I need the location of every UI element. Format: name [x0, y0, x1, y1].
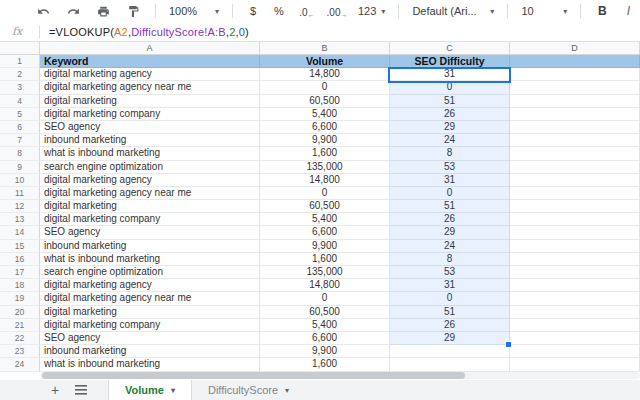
- cell-A5[interactable]: digital marketing company: [40, 108, 260, 121]
- cell-B15[interactable]: 9,900: [260, 240, 390, 253]
- row-number[interactable]: 22: [0, 332, 40, 345]
- chevron-down-icon[interactable]: ▾: [285, 386, 289, 395]
- cell-B22[interactable]: 6,600: [260, 332, 390, 345]
- cell-D12[interactable]: [510, 200, 640, 213]
- cell-C23[interactable]: [390, 345, 510, 358]
- cell-D15[interactable]: [510, 240, 640, 253]
- cell-D1[interactable]: [510, 55, 640, 68]
- cell-C17[interactable]: 53: [390, 266, 510, 279]
- chevron-down-icon[interactable]: ▾: [171, 386, 175, 395]
- increase-decimal-button[interactable]: .00→: [322, 0, 352, 22]
- cell-A15[interactable]: inbound marketing: [40, 240, 260, 253]
- row-number[interactable]: 3: [0, 81, 40, 94]
- cell-C21[interactable]: 26: [390, 319, 510, 332]
- cell-B14[interactable]: 6,600: [260, 226, 390, 239]
- row-number[interactable]: 13: [0, 213, 40, 226]
- cell-B5[interactable]: 5,400: [260, 108, 390, 121]
- cell-C18[interactable]: 31: [390, 279, 510, 292]
- print-button[interactable]: [88, 0, 118, 22]
- all-sheets-button[interactable]: [68, 380, 94, 400]
- sheet-tab-DifficultyScore[interactable]: DifficultyScore▾: [192, 380, 305, 400]
- paint-format-button[interactable]: [118, 0, 148, 22]
- cell-C1[interactable]: SEO Difficulty: [390, 55, 510, 68]
- row-number[interactable]: 6: [0, 121, 40, 134]
- cell-B16[interactable]: 1,600: [260, 253, 390, 266]
- cell-D6[interactable]: [510, 121, 640, 134]
- cell-B6[interactable]: 6,600: [260, 121, 390, 134]
- font-select[interactable]: Default (Ari... ▾: [406, 0, 500, 22]
- row-number[interactable]: 18: [0, 279, 40, 292]
- cell-A10[interactable]: digital marketing agency: [40, 174, 260, 187]
- cell-D18[interactable]: [510, 279, 640, 292]
- zoom-select[interactable]: 100% ▾: [163, 0, 225, 22]
- italic-button[interactable]: I: [618, 0, 638, 22]
- row-number[interactable]: 8: [0, 147, 40, 160]
- column-header-D[interactable]: D: [510, 42, 640, 55]
- row-number[interactable]: 1: [0, 55, 40, 68]
- cell-D23[interactable]: [510, 345, 640, 358]
- cell-D7[interactable]: [510, 134, 640, 147]
- row-number[interactable]: 12: [0, 200, 40, 213]
- cell-A14[interactable]: SEO agency: [40, 226, 260, 239]
- cell-A6[interactable]: SEO agency: [40, 121, 260, 134]
- cell-C6[interactable]: 29: [390, 121, 510, 134]
- bold-button[interactable]: B: [588, 0, 616, 22]
- row-number[interactable]: 20: [0, 306, 40, 319]
- cell-B10[interactable]: 14,800: [260, 174, 390, 187]
- cell-A24[interactable]: what is inbound marketing: [40, 358, 260, 371]
- row-number[interactable]: 2: [0, 68, 40, 81]
- cell-A9[interactable]: search engine optimization: [40, 161, 260, 174]
- cell-B24[interactable]: 1,600: [260, 358, 390, 371]
- cell-A21[interactable]: digital marketing company: [40, 319, 260, 332]
- row-number[interactable]: 7: [0, 134, 40, 147]
- cell-A1[interactable]: Keyword: [40, 55, 260, 68]
- cell-D16[interactable]: [510, 253, 640, 266]
- cell-A16[interactable]: what is inbound marketing: [40, 253, 260, 266]
- row-number[interactable]: 4: [0, 95, 40, 108]
- cell-B20[interactable]: 60,500: [260, 306, 390, 319]
- cell-A18[interactable]: digital marketing agency: [40, 279, 260, 292]
- row-number[interactable]: 5: [0, 108, 40, 121]
- cell-C8[interactable]: 8: [390, 147, 510, 160]
- cell-C2[interactable]: 31: [390, 68, 510, 81]
- format-percent-button[interactable]: %: [266, 0, 292, 22]
- cell-C10[interactable]: 31: [390, 174, 510, 187]
- cell-B23[interactable]: 9,900: [260, 345, 390, 358]
- cell-D3[interactable]: [510, 81, 640, 94]
- row-number[interactable]: 14: [0, 226, 40, 239]
- cell-D10[interactable]: [510, 174, 640, 187]
- cell-A2[interactable]: digital marketing agency: [40, 68, 260, 81]
- row-number[interactable]: 21: [0, 319, 40, 332]
- cell-A20[interactable]: digital marketing: [40, 306, 260, 319]
- cell-B19[interactable]: 0: [260, 292, 390, 305]
- sheet-tab-Volume[interactable]: Volume▾: [108, 380, 192, 400]
- fill-handle[interactable]: [505, 341, 512, 348]
- cell-C13[interactable]: 26: [390, 213, 510, 226]
- cell-A13[interactable]: digital marketing company: [40, 213, 260, 226]
- number-format-menu[interactable]: 123 ▾: [352, 0, 391, 22]
- cell-D14[interactable]: [510, 226, 640, 239]
- cell-C24[interactable]: [390, 358, 510, 371]
- column-header-C[interactable]: C: [390, 42, 510, 55]
- row-number[interactable]: 24: [0, 358, 40, 371]
- cell-D24[interactable]: [510, 358, 640, 371]
- cell-D5[interactable]: [510, 108, 640, 121]
- row-number[interactable]: 10: [0, 174, 40, 187]
- row-number[interactable]: 17: [0, 266, 40, 279]
- cell-C11[interactable]: 0: [390, 187, 510, 200]
- cell-B8[interactable]: 1,600: [260, 147, 390, 160]
- horizontal-scrollbar[interactable]: [40, 372, 640, 379]
- cell-B7[interactable]: 9,900: [260, 134, 390, 147]
- row-number[interactable]: 16: [0, 253, 40, 266]
- decrease-decimal-button[interactable]: .0←: [292, 0, 322, 22]
- cell-B18[interactable]: 14,800: [260, 279, 390, 292]
- cell-B3[interactable]: 0: [260, 81, 390, 94]
- cell-C14[interactable]: 29: [390, 226, 510, 239]
- font-size-select[interactable]: 10 ▾: [515, 0, 573, 22]
- cell-D13[interactable]: [510, 213, 640, 226]
- cell-A7[interactable]: inbound marketing: [40, 134, 260, 147]
- cell-A4[interactable]: digital marketing: [40, 95, 260, 108]
- cell-B4[interactable]: 60,500: [260, 95, 390, 108]
- cell-C19[interactable]: 0: [390, 292, 510, 305]
- cell-D9[interactable]: [510, 161, 640, 174]
